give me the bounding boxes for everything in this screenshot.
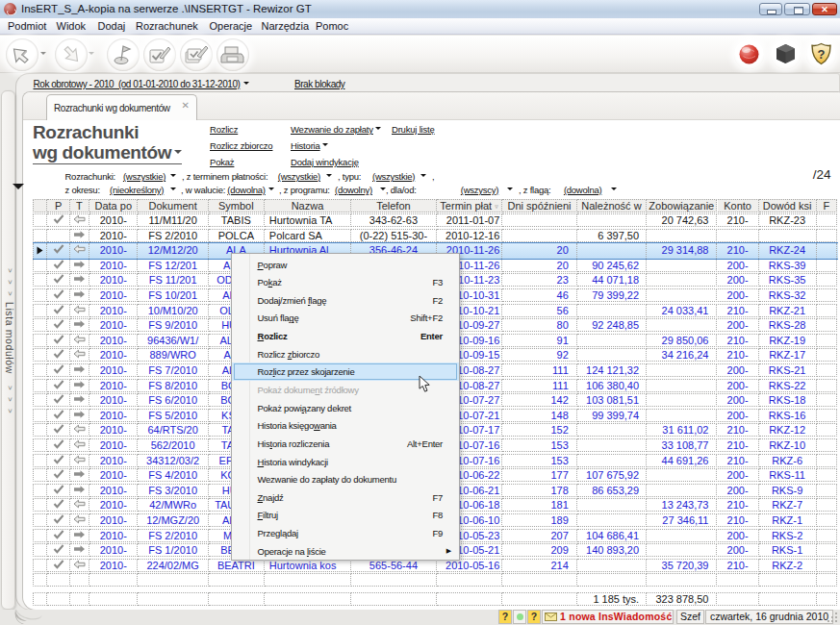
svg-text:?: ?: [818, 47, 826, 62]
